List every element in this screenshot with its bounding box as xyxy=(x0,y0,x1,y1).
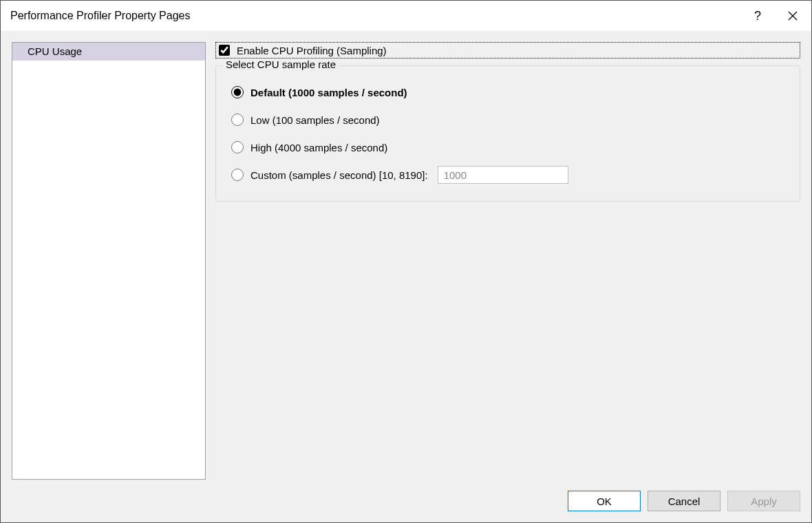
client-area: CPU Usage Enable CPU Profiling (Sampling… xyxy=(1,31,811,522)
nav-item-label: CPU Usage xyxy=(28,45,82,57)
nav-item-cpu-usage[interactable]: CPU Usage xyxy=(12,43,205,61)
radio-high-label: High (4000 samples / second) xyxy=(250,142,387,153)
radio-custom-label: Custom (samples / second) [10, 8190]: xyxy=(250,169,428,181)
button-bar: OK Cancel Apply xyxy=(12,480,800,513)
dialog-window: Performance Profiler Property Pages ? CP… xyxy=(0,0,812,523)
titlebar: Performance Profiler Property Pages ? xyxy=(1,1,811,31)
radio-default[interactable] xyxy=(231,86,244,98)
enable-cpu-profiling-row[interactable]: Enable CPU Profiling (Sampling) xyxy=(215,42,800,58)
close-icon xyxy=(788,11,798,21)
nav-panel: CPU Usage xyxy=(12,42,206,480)
close-button[interactable] xyxy=(774,1,811,31)
radio-row-custom[interactable]: Custom (samples / second) [10, 8190]: xyxy=(231,161,787,189)
top-area: CPU Usage Enable CPU Profiling (Sampling… xyxy=(12,42,800,480)
window-title: Performance Profiler Property Pages xyxy=(10,10,741,22)
help-icon: ? xyxy=(754,9,761,23)
enable-cpu-profiling-checkbox[interactable] xyxy=(219,45,230,56)
radio-row-low[interactable]: Low (100 samples / second) xyxy=(231,106,787,134)
apply-button[interactable]: Apply xyxy=(727,491,800,511)
radio-row-default[interactable]: Default (1000 samples / second) xyxy=(231,78,787,106)
sample-rate-group: Select CPU sample rate Default (1000 sam… xyxy=(215,65,800,202)
ok-button[interactable]: OK xyxy=(568,491,641,511)
content-panel: Enable CPU Profiling (Sampling) Select C… xyxy=(215,42,800,480)
enable-cpu-profiling-label: Enable CPU Profiling (Sampling) xyxy=(237,45,387,56)
custom-sample-rate-input[interactable] xyxy=(438,166,568,184)
radio-low-label: Low (100 samples / second) xyxy=(250,114,380,126)
radio-high[interactable] xyxy=(231,141,244,153)
help-button[interactable]: ? xyxy=(741,1,774,31)
radio-low[interactable] xyxy=(231,114,244,126)
sample-rate-legend: Select CPU sample rate xyxy=(223,58,339,70)
radio-row-high[interactable]: High (4000 samples / second) xyxy=(231,134,787,161)
cancel-button[interactable]: Cancel xyxy=(648,491,720,511)
radio-custom[interactable] xyxy=(231,169,244,181)
radio-default-label: Default (1000 samples / second) xyxy=(250,87,407,98)
